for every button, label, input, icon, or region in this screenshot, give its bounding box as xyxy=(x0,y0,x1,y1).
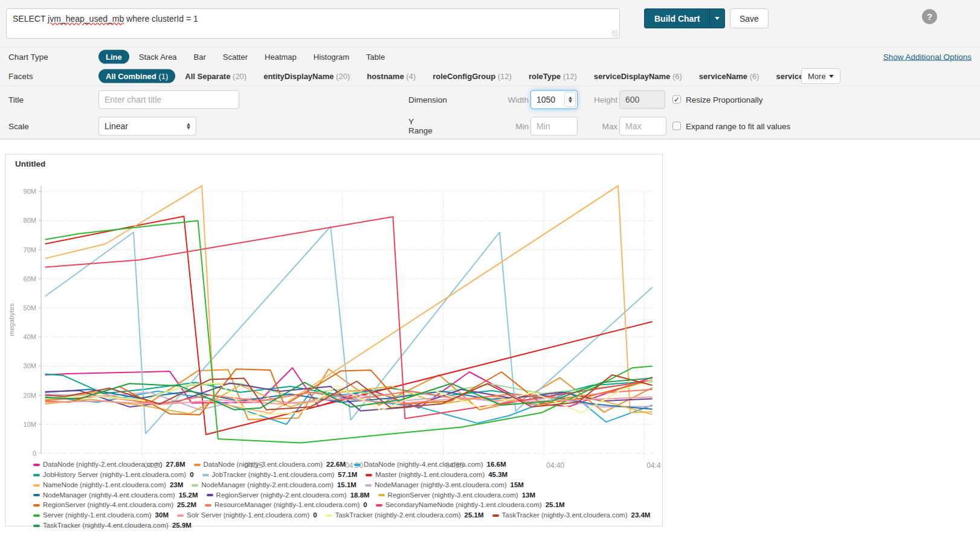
help-icon[interactable]: ? xyxy=(922,9,937,24)
chart-type-scatter[interactable]: Scatter xyxy=(216,50,255,64)
dimension-label: Dimension xyxy=(408,95,447,104)
facet-hostname[interactable]: hostname (4) xyxy=(359,69,423,83)
legend-series-value: 45.3M xyxy=(488,470,508,480)
query-input[interactable]: SELECT jvm_heap_used_mb where clusterId … xyxy=(6,8,620,39)
expand-range-label: Expand range to fit all values xyxy=(686,121,790,130)
legend-swatch xyxy=(194,464,201,466)
legend-swatch xyxy=(33,514,40,517)
legend-swatch xyxy=(177,514,184,517)
facet-roleconfiggroup[interactable]: roleConfigGroup (12) xyxy=(425,69,519,83)
legend-item-server-nightly-1-ent-cloudera-com-: Server (nightly-1.ent.cloudera.com)30M xyxy=(33,511,169,520)
resize-proportionally-checkbox[interactable]: ✓ Resize Proportionally xyxy=(672,95,763,104)
expand-range-checkbox[interactable]: Expand range to fit all values xyxy=(672,121,790,130)
legend-series-value: 25.1M xyxy=(546,501,565,510)
scale-select-value: Linear xyxy=(105,121,128,131)
legend-item-datanode-nightly-3-ent-cloudera-com-: DataNode (nightly-3.ent.cloudera.com)22.… xyxy=(194,460,346,470)
build-chart-button[interactable]: Build Chart xyxy=(644,8,709,28)
legend-series-name: RegionServer (nightly-2.ent.cloudera.com… xyxy=(216,491,347,501)
legend-series-value: 0 xyxy=(313,511,317,520)
facet-pills: All Combined (1)All Separate (20)entityD… xyxy=(98,69,842,83)
chart-type-stack-area[interactable]: Stack Area xyxy=(132,50,184,64)
chart-type-heatmap[interactable]: Heatmap xyxy=(257,50,304,64)
height-input[interactable] xyxy=(619,90,665,109)
legend-series-name: Server (nightly-1.ent.cloudera.com) xyxy=(43,511,152,520)
legend-series-name: JobTracker (nightly-1.ent.cloudera.com) xyxy=(212,470,335,480)
chart-type-pills: LineStack AreaBarScatterHeatmapHistogram… xyxy=(98,50,395,64)
y-tick-label: 60M xyxy=(24,275,36,283)
legend-swatch xyxy=(33,484,40,487)
legend-item-datanode-nightly-2-ent-cloudera-com-: DataNode (nightly-2.ent.cloudera.com)27.… xyxy=(33,460,185,470)
more-facets-button[interactable]: More xyxy=(801,68,840,84)
show-additional-options-link[interactable]: Show Additional Options xyxy=(883,53,972,62)
legend-series-name: NodeManager (nightly-3.ent.cloudera.com) xyxy=(375,481,507,490)
textarea-resize-grip[interactable] xyxy=(612,31,618,37)
build-chart-dropdown-button[interactable] xyxy=(709,8,725,28)
facet-all-combined[interactable]: All Combined (1) xyxy=(98,69,175,83)
facet-roletype[interactable]: roleType (12) xyxy=(521,69,584,83)
chart-type-line[interactable]: Line xyxy=(98,50,129,64)
resize-proportionally-label: Resize Proportionally xyxy=(686,95,763,104)
yrange-max-input[interactable] xyxy=(619,117,666,135)
legend-series-name: NodeManager (nightly-4.ent.cloudera.com) xyxy=(43,491,175,501)
chart-type-table[interactable]: Table xyxy=(359,50,392,64)
yrange-min-input[interactable] xyxy=(530,117,578,135)
facet-entitydisplayname[interactable]: entityDisplayName (20) xyxy=(256,69,357,83)
title-dimension-row: Title Dimension Width Height ✓ Resize Pr… xyxy=(0,86,980,112)
max-label: Max xyxy=(581,121,617,130)
facet-servicedisplayname[interactable]: serviceDisplayName (6) xyxy=(587,69,689,83)
legend-swatch xyxy=(192,484,198,487)
legend-series-name: Solr Server (nightly-1.ent.cloudera.com) xyxy=(187,511,309,520)
legend-series-value: 13M xyxy=(522,491,535,501)
chart-type-bar[interactable]: Bar xyxy=(187,50,213,64)
line-chart: 010M20M30M40M50M60M70M80M90M04:2004:2504… xyxy=(7,171,660,476)
legend-series-name: TaskTracker (nightly-3.ent.cloudera.com) xyxy=(502,511,628,520)
more-label: More xyxy=(808,72,826,81)
legend-swatch xyxy=(207,494,213,496)
facet-servicename[interactable]: serviceName (6) xyxy=(692,69,767,83)
page: SELECT jvm_heap_used_mb where clusterId … xyxy=(0,0,980,547)
checkbox-unchecked-icon xyxy=(672,122,681,130)
facets-label: Facets xyxy=(8,72,33,81)
width-stepper[interactable] xyxy=(564,92,576,107)
legend-series-value: 0 xyxy=(363,501,367,510)
legend-swatch xyxy=(205,504,211,507)
legend-item-datanode-nightly-4-ent-cloudera-com-: DataNode (nightly-4.ent.cloudera.com)16.… xyxy=(354,460,506,470)
legend-series-value: 57.1M xyxy=(338,470,357,480)
legend-series-value: 0 xyxy=(190,470,193,480)
scale-select[interactable]: Linear xyxy=(98,117,196,135)
legend-item-resourcemanager-nightly-1-ent-cloudera-com-: ResourceManager (nightly-1.ent.cloudera.… xyxy=(205,501,367,510)
series-line-server-nightly-1-ent-cloudera-com- xyxy=(45,220,653,443)
legend-series-name: NameNode (nightly-1.ent.cloudera.com) xyxy=(43,481,166,490)
legend-item-tasktracker-nightly-2-ent-cloudera-com-: TaskTracker (nightly-2.ent.cloudera.com)… xyxy=(326,511,484,520)
legend-series-name: RegionServer (nightly-3.ent.cloudera.com… xyxy=(388,491,518,501)
legend-row: NodeManager (nightly-4.ent.cloudera.com)… xyxy=(33,490,656,500)
chevron-down-icon xyxy=(829,75,834,78)
legend-item-secondarynamenode-nightly-1-ent-cloudera-com-: SecondaryNameNode (nightly-1.ent.clouder… xyxy=(376,501,565,510)
facets-row: Facets All Combined (1)All Separate (20)… xyxy=(0,66,980,86)
legend-series-name: NodeManager (nightly-2.ent.cloudera.com) xyxy=(201,481,334,490)
y-tick-label: 0 xyxy=(33,450,36,457)
legend-item-regionserver-nightly-3-ent-cloudera-com-: RegionServer (nightly-3.ent.cloudera.com… xyxy=(378,491,535,501)
chart-canvas: 010M20M30M40M50M60M70M80M90M04:2004:2504… xyxy=(7,171,660,473)
yrange-label: Y Range xyxy=(408,117,433,135)
legend-series-name: TaskTracker (nightly-4.ent.cloudera.com) xyxy=(43,521,169,531)
legend-series-value: 15M xyxy=(511,481,524,490)
legend-series-name: SecondaryNameNode (nightly-1.ent.clouder… xyxy=(385,501,542,510)
chart-legend: DataNode (nightly-2.ent.cloudera.com)27.… xyxy=(33,459,656,530)
legend-item-nodemanager-nightly-4-ent-cloudera-com-: NodeManager (nightly-4.ent.cloudera.com)… xyxy=(33,491,198,501)
legend-row: NameNode (nightly-1.ent.cloudera.com)23M… xyxy=(33,480,656,490)
save-button[interactable]: Save xyxy=(730,8,769,28)
legend-swatch xyxy=(33,504,40,507)
query-metric: jvm_heap_used_mb xyxy=(48,14,124,24)
legend-item-master-nightly-1-ent-cloudera-com-: Master (nightly-1.ent.cloudera.com)45.3M xyxy=(366,470,508,480)
legend-swatch xyxy=(202,474,209,476)
legend-row: RegionServer (nightly-4.ent.cloudera.com… xyxy=(33,500,656,510)
y-tick-label: 90M xyxy=(24,188,36,195)
chart-type-histogram[interactable]: Histogram xyxy=(306,50,356,64)
facet-all-separate[interactable]: All Separate (20) xyxy=(178,69,254,83)
select-arrows-icon xyxy=(187,123,190,129)
legend-series-value: 25.1M xyxy=(465,511,484,520)
legend-row: DataNode (nightly-2.ent.cloudera.com)27.… xyxy=(33,459,656,470)
chart-title-input[interactable] xyxy=(98,90,239,109)
legend-series-value: 22.6M xyxy=(326,460,346,470)
